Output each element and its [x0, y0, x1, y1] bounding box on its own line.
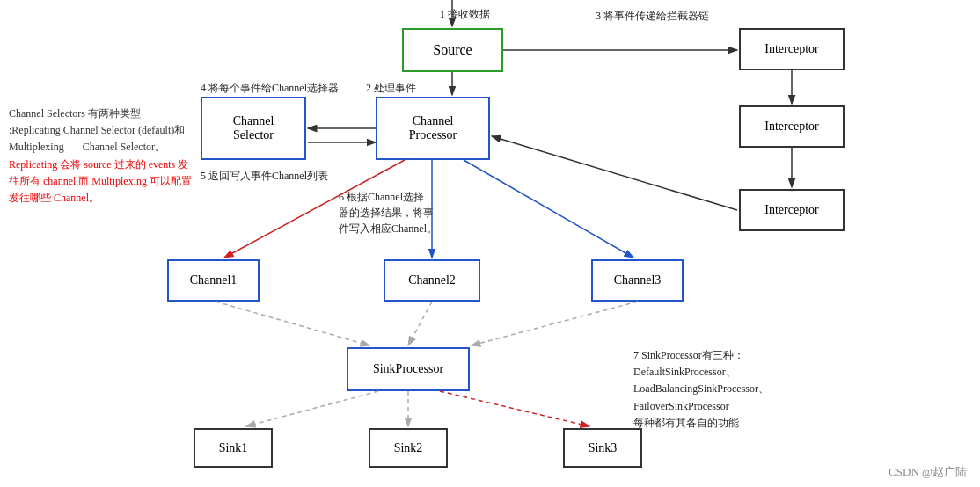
step1-label: 1 接收数据: [440, 7, 490, 22]
sink3-box: Sink3: [563, 428, 642, 468]
arrows-overlay: [0, 0, 980, 487]
channel2-box: Channel2: [384, 259, 480, 302]
svg-line-16: [408, 302, 432, 345]
interceptor3-box: Interceptor: [739, 189, 845, 231]
interceptor2-box: Interceptor: [739, 105, 845, 148]
svg-line-11: [492, 136, 737, 210]
channel1-box: Channel1: [167, 259, 260, 302]
channel-selector-highlight: Replicating 会将 source 过来的 events 发往所有 ch…: [9, 158, 192, 204]
step7-label: 7 SinkProcessor有三种： DefaultSinkProcessor…: [633, 347, 769, 432]
svg-line-15: [216, 302, 369, 345]
sink-processor-box: SinkProcessor: [347, 347, 470, 391]
svg-line-18: [246, 391, 378, 426]
step2-label: 2 处理事件: [366, 81, 416, 96]
left-description: Channel Selectors 有两种类型 :Replicating Cha…: [9, 105, 194, 207]
channel-selector-box: Channel Selector: [201, 97, 306, 160]
channel3-box: Channel3: [591, 259, 684, 302]
step3-label: 3 将事件传递给拦截器链: [596, 9, 709, 24]
step5-label: 5 返回写入事件Channel列表: [201, 169, 328, 184]
sink2-box: Sink2: [369, 428, 448, 468]
interceptor1-box: Interceptor: [739, 28, 845, 70]
source-box: Source: [402, 28, 503, 72]
svg-line-17: [472, 302, 638, 345]
sink1-box: Sink1: [194, 428, 273, 468]
step4-label: 4 将每个事件给Channel选择器: [201, 81, 339, 96]
watermark: CSDN @赵广陆: [889, 464, 967, 480]
step6-label: 6 根据Channel选择 器的选择结果，将事 件写入相应Channel。: [339, 189, 437, 236]
channel-selector-intro: Channel Selectors 有两种类型 :Replicating Cha…: [9, 107, 185, 153]
svg-line-14: [464, 160, 633, 258]
svg-line-20: [440, 391, 589, 426]
channel-processor-box: Channel Processor: [376, 97, 490, 160]
